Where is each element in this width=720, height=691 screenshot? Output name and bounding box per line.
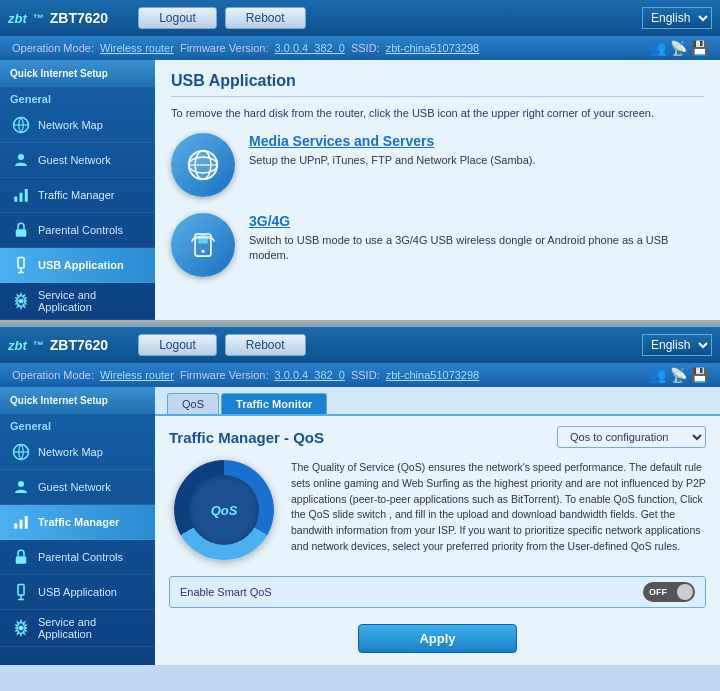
smart-qos-label: Enable Smart QoS	[180, 586, 631, 598]
op-mode-value[interactable]: Wireless router	[100, 42, 174, 54]
smart-qos-toggle[interactable]: OFF	[643, 582, 695, 602]
language-dropdown-2[interactable]: English	[642, 334, 712, 356]
svg-rect-7	[18, 258, 24, 269]
usb-page-desc: To remove the hard disk from the router,…	[171, 107, 704, 119]
ssid-value[interactable]: zbt-china51073298	[386, 42, 480, 54]
traffic-manager-label-2: Traffic Manager	[38, 516, 119, 528]
op-mode-value-2[interactable]: Wireless router	[100, 369, 174, 381]
fw-label-2: Firmware Version:	[180, 369, 269, 381]
apply-row: Apply	[155, 616, 720, 665]
network-map-label-2: Network Map	[38, 446, 103, 458]
parental-controls-label: Parental Controls	[38, 224, 123, 236]
sidebar-item-network-map[interactable]: Network Map	[0, 108, 155, 143]
tab-bar: QoS Traffic Monitor	[155, 387, 720, 416]
svg-point-21	[18, 481, 24, 487]
fw-value[interactable]: 3.0.0.4_382_0	[275, 42, 345, 54]
sidebar-general-header-2: General	[0, 414, 155, 435]
traffic-icon	[10, 184, 32, 206]
model-name: ZBT7620	[50, 10, 108, 26]
svg-point-29	[19, 626, 24, 631]
usb-icon[interactable]: 💾	[691, 40, 708, 56]
3g-4g-title[interactable]: 3G/4G	[249, 213, 704, 229]
fw-value-2[interactable]: 3.0.0.4_382_0	[275, 369, 345, 381]
media-services-icon[interactable]	[171, 133, 235, 197]
svg-rect-26	[18, 585, 24, 596]
smart-qos-row: Enable Smart QoS OFF	[169, 576, 706, 608]
subheader-2: Operation Mode: Wireless router Firmware…	[0, 363, 720, 387]
subheader: Operation Mode: Wireless router Firmware…	[0, 36, 720, 60]
usb-app-icon-2	[10, 581, 32, 603]
svg-rect-3	[14, 197, 17, 202]
ssid-value-2[interactable]: zbt-china51073298	[386, 369, 480, 381]
sidebar-item-guest-network-2[interactable]: Guest Network	[0, 470, 155, 505]
logout-button[interactable]: Logout	[138, 7, 217, 29]
sidebar-item-service-application[interactable]: Service and Application	[0, 283, 155, 320]
svg-point-10	[19, 299, 24, 304]
sidebar-item-usb-application-2[interactable]: USB Application	[0, 575, 155, 610]
header-icons-2: 👥 📡 💾	[649, 367, 708, 383]
sidebar-item-traffic-manager-2[interactable]: Traffic Manager	[0, 505, 155, 540]
guest-network-icon	[10, 149, 32, 171]
language-selector[interactable]: English	[642, 7, 712, 29]
service-icon-2	[10, 617, 32, 639]
3g-4g-text: 3G/4G Switch to USB mode to use a 3G/4G …	[249, 213, 704, 264]
sidebar-item-parental-controls[interactable]: Parental Controls	[0, 213, 155, 248]
usb-icon-2[interactable]: 💾	[691, 367, 708, 383]
logout-button-2[interactable]: Logout	[138, 334, 217, 356]
svg-rect-5	[25, 189, 28, 202]
qos-circle: QoS	[174, 460, 274, 560]
media-services-title[interactable]: Media Services and Servers	[249, 133, 704, 149]
sidebar-2: Quick Internet Setup General Network Map…	[0, 387, 155, 665]
op-mode-label: Operation Mode:	[12, 42, 94, 54]
media-services-item: Media Services and Servers Setup the UPn…	[171, 133, 704, 197]
tab-qos[interactable]: QoS	[167, 393, 219, 414]
toggle-text: OFF	[649, 587, 667, 597]
quick-setup-item-2[interactable]: Quick Internet Setup	[0, 387, 155, 414]
quick-setup-label-2: Quick Internet Setup	[10, 395, 145, 406]
logo-zbt: zbt	[8, 11, 27, 26]
sidebar-item-usb-application[interactable]: USB Application	[0, 248, 155, 283]
svg-point-2	[18, 154, 24, 160]
header-buttons-2: Logout Reboot	[138, 334, 305, 356]
users-icon: 👥	[649, 40, 666, 56]
network-map-label: Network Map	[38, 119, 103, 131]
sidebar-item-network-map-2[interactable]: Network Map	[0, 435, 155, 470]
logo-area-2: zbt ™ ZBT7620	[8, 337, 108, 353]
service-application-label: Service and Application	[38, 289, 145, 313]
header-bar: zbt ™ ZBT7620 Logout Reboot English	[0, 0, 720, 36]
usb-page-title: USB Application	[171, 72, 704, 97]
config-select[interactable]: Qos to configuration	[557, 426, 706, 448]
sidebar-item-traffic-manager[interactable]: Traffic Manager	[0, 178, 155, 213]
usb-app-icon	[10, 254, 32, 276]
3g-4g-icon[interactable]	[171, 213, 235, 277]
main-layout: Quick Internet Setup General Network Map…	[0, 60, 720, 320]
apply-button[interactable]: Apply	[358, 624, 516, 653]
model-name-2: ZBT7620	[50, 337, 108, 353]
fw-label: Firmware Version:	[180, 42, 269, 54]
parental-controls-label-2: Parental Controls	[38, 551, 123, 563]
logo-icon-2: ™	[33, 339, 44, 351]
quick-setup-item[interactable]: Quick Internet Setup	[0, 60, 155, 87]
sidebar-item-parental-controls-2[interactable]: Parental Controls	[0, 540, 155, 575]
language-dropdown[interactable]: English	[642, 7, 712, 29]
sidebar-item-service-application-2[interactable]: Service and Application	[0, 610, 155, 647]
media-services-desc: Setup the UPnP, iTunes, FTP and Network …	[249, 153, 704, 168]
svg-rect-4	[20, 193, 23, 202]
panel-traffic: zbt ™ ZBT7620 Logout Reboot English Oper…	[0, 327, 720, 665]
traffic-icon-2	[10, 511, 32, 533]
media-services-text: Media Services and Servers Setup the UPn…	[249, 133, 704, 168]
language-selector-2[interactable]: English	[642, 334, 712, 356]
sidebar-item-guest-network[interactable]: Guest Network	[0, 143, 155, 178]
network-map-icon	[10, 114, 32, 136]
3g-4g-item: 3G/4G Switch to USB mode to use a 3G/4G …	[171, 213, 704, 277]
usb-application-label-2: USB Application	[38, 586, 117, 598]
service-icon	[10, 290, 32, 312]
usb-main-content: USB Application To remove the hard disk …	[155, 60, 720, 320]
tab-traffic-monitor[interactable]: Traffic Monitor	[221, 393, 327, 414]
guest-network-label: Guest Network	[38, 154, 111, 166]
lock-icon	[10, 219, 32, 241]
reboot-button[interactable]: Reboot	[225, 7, 306, 29]
svg-point-18	[201, 250, 204, 253]
quick-setup-label: Quick Internet Setup	[10, 68, 145, 79]
reboot-button-2[interactable]: Reboot	[225, 334, 306, 356]
